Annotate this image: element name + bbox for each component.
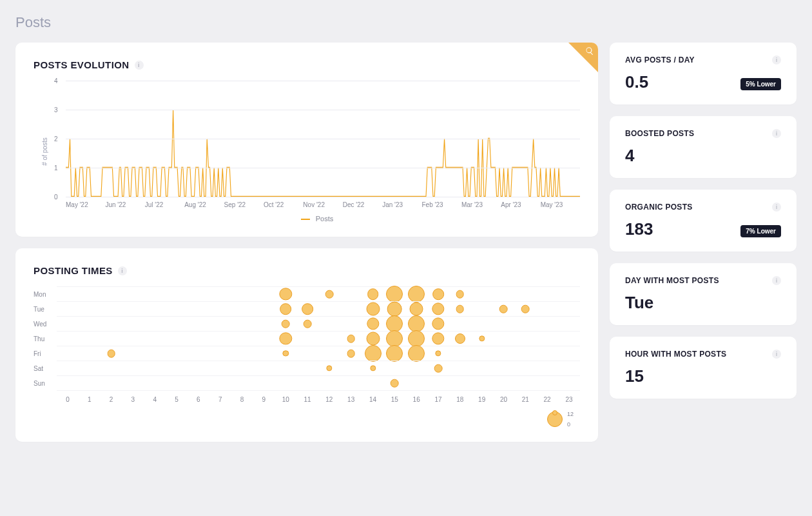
x-tick: Jul '22	[145, 201, 184, 208]
hour-cell	[166, 361, 188, 375]
bubble[interactable]	[283, 350, 289, 356]
hour-cell	[188, 332, 209, 346]
day-row: Thu	[57, 331, 580, 346]
hour-cell	[383, 317, 405, 331]
bubble[interactable]	[280, 332, 292, 344]
bubble[interactable]	[304, 320, 312, 328]
posting-times-title: POSTING TIMES i	[34, 265, 580, 276]
bubble[interactable]	[432, 288, 444, 300]
bubble[interactable]	[326, 365, 332, 371]
bubble[interactable]	[391, 379, 399, 388]
info-icon[interactable]: i	[772, 350, 781, 359]
hour-cell	[362, 302, 384, 316]
hour-cell	[318, 361, 340, 375]
hour-cell	[209, 346, 231, 361]
bubble[interactable]	[455, 333, 465, 344]
bubble[interactable]	[107, 350, 115, 358]
x-tick: 14	[362, 396, 384, 403]
stat-card-boost: BOOSTED POSTSi4	[610, 116, 797, 178]
bubble[interactable]	[282, 320, 290, 328]
posts-evolution-title: POSTS EVOLUTION i	[34, 59, 580, 70]
x-tick: 6	[188, 396, 209, 403]
info-icon[interactable]: i	[772, 129, 781, 138]
hour-cell	[536, 317, 558, 331]
bubble[interactable]	[521, 305, 530, 313]
hour-cell	[231, 287, 253, 301]
info-icon[interactable]: i	[772, 203, 781, 212]
hour-cell	[253, 302, 275, 316]
hour-cell	[144, 317, 166, 331]
card-title-text: POSTING TIMES	[34, 265, 113, 276]
hour-cell	[253, 332, 275, 346]
bubble[interactable]	[435, 350, 441, 356]
hour-cell	[383, 361, 405, 375]
bubble[interactable]	[366, 332, 380, 346]
hour-cell	[449, 376, 471, 390]
info-icon[interactable]: i	[772, 276, 781, 285]
hour-cell	[296, 287, 318, 301]
x-tick: Jun '22	[105, 201, 144, 208]
bubble[interactable]	[456, 305, 464, 313]
page-title: Posts	[15, 14, 797, 31]
hour-cell	[296, 376, 318, 390]
bubble[interactable]	[456, 290, 464, 299]
hour-cell	[231, 376, 253, 390]
hour-cell	[514, 317, 536, 331]
stat-value-row: 15	[625, 368, 781, 384]
hour-cell	[144, 376, 166, 390]
hour-cell	[101, 317, 122, 331]
stat-body: ORGANIC POSTSi1837% Lower	[610, 190, 797, 252]
bubble[interactable]	[432, 303, 444, 315]
legend-label: Posts	[316, 215, 334, 223]
info-icon[interactable]: i	[135, 61, 144, 70]
hour-cell	[318, 317, 340, 331]
bubble[interactable]	[386, 345, 403, 362]
stat-title-row: HOUR WITH MOST POSTSi	[625, 350, 781, 359]
x-tick: Dec '22	[343, 201, 382, 208]
bubble[interactable]	[408, 286, 425, 303]
hour-cell	[144, 287, 166, 301]
stat-title: BOOSTED POSTS	[625, 129, 694, 138]
info-icon[interactable]: i	[118, 266, 127, 275]
hour-cell	[493, 376, 515, 390]
hour-cell	[318, 287, 340, 301]
bubble[interactable]	[479, 335, 485, 341]
hour-cell	[514, 302, 536, 316]
bubble[interactable]	[325, 290, 334, 299]
bubble[interactable]	[499, 305, 508, 313]
hour-cell	[427, 332, 449, 346]
bubble[interactable]	[434, 364, 443, 373]
bubble[interactable]	[365, 345, 382, 362]
stat-body: BOOSTED POSTSi4	[610, 116, 797, 178]
bubble[interactable]	[302, 303, 313, 315]
bubble[interactable]	[280, 303, 291, 315]
bubble[interactable]	[387, 302, 402, 317]
x-tick: May '23	[541, 201, 580, 208]
bubble[interactable]	[386, 286, 403, 303]
hour-cell	[558, 302, 580, 316]
bubble[interactable]	[367, 317, 379, 330]
left-column: POSTS EVOLUTION i # of posts 01234 May '…	[15, 43, 598, 442]
legend-min-value: 0	[567, 421, 574, 428]
hour-cell	[362, 376, 384, 390]
bubble[interactable]	[347, 335, 355, 343]
bubble[interactable]	[432, 317, 444, 330]
bubble[interactable]	[408, 345, 425, 362]
bubble[interactable]	[367, 288, 379, 300]
bubble[interactable]	[347, 350, 355, 358]
stat-badge: 7% Lower	[740, 225, 781, 237]
stat-body: AVG POSTS / DAYi0.55% Lower	[610, 43, 797, 104]
line-chart: # of posts 01234 May '22Jun '22Jul '22Au…	[34, 81, 580, 223]
bubble[interactable]	[366, 303, 380, 316]
hour-cell	[427, 317, 449, 331]
info-icon[interactable]: i	[772, 55, 781, 64]
posting-times-card: POSTING TIMES i MonTueWedThuFriSatSun 01…	[15, 248, 598, 442]
hour-cell	[340, 376, 362, 390]
bubble[interactable]	[280, 288, 292, 300]
hour-cell	[296, 302, 318, 316]
bubble[interactable]	[410, 303, 423, 316]
bubble[interactable]	[370, 365, 376, 371]
bubble[interactable]	[432, 332, 444, 344]
x-tick: 21	[514, 396, 536, 403]
hour-cell	[427, 361, 449, 375]
